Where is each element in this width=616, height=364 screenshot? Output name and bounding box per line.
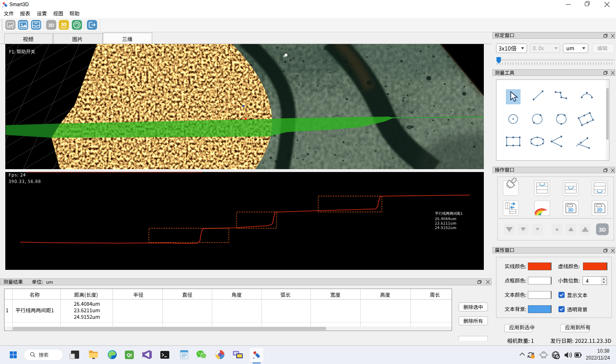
svg-text:3D: 3D (599, 227, 606, 233)
svg-text:3D: 3D (568, 207, 574, 212)
svg-text:2D: 2D (597, 207, 603, 212)
svg-text:Qt: Qt (127, 353, 132, 357)
svg-text:3D: 3D (61, 22, 66, 27)
svg-text:3D: 3D (48, 23, 54, 28)
